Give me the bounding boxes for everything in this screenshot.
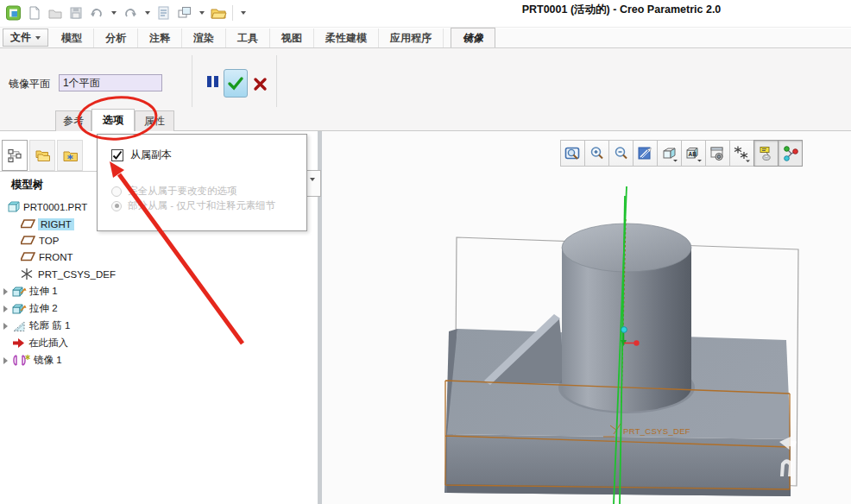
tree-item-extrude1[interactable]: 拉伸 1 bbox=[0, 283, 318, 299]
mirror-plane-label: 镜像平面 bbox=[9, 77, 50, 91]
open-file-icon[interactable] bbox=[45, 3, 66, 23]
undo-dropdown-icon[interactable] bbox=[107, 3, 120, 23]
3d-model-view[interactable]: PRT_CSYS_DEF bbox=[322, 131, 851, 504]
handle-dot-red bbox=[634, 340, 639, 345]
title-bar: PRT0001 (活动的) - Creo Parametric 2.0 bbox=[0, 0, 851, 28]
panel-tab-options[interactable]: 选项 bbox=[91, 109, 135, 131]
radio-unselected-icon bbox=[111, 186, 122, 197]
tree-item-csys[interactable]: PRT_CSYS_DEF bbox=[0, 266, 318, 282]
toolbar-separator bbox=[232, 5, 233, 21]
extrude-icon bbox=[12, 286, 27, 298]
saved-orientations-icon: AB bbox=[685, 145, 703, 162]
tab-render[interactable]: 渲染 bbox=[182, 28, 226, 47]
zoom-out-button[interactable] bbox=[608, 140, 634, 167]
redo-dropdown-icon[interactable] bbox=[141, 3, 154, 23]
datum-display-button[interactable] bbox=[729, 140, 754, 167]
view-manager-icon bbox=[709, 145, 727, 162]
cylinder-boss[interactable] bbox=[558, 224, 695, 413]
spin-center-button[interactable] bbox=[778, 140, 803, 167]
checkmark-icon bbox=[112, 150, 123, 161]
favorites-button[interactable] bbox=[57, 140, 83, 171]
save-icon[interactable] bbox=[66, 3, 86, 23]
zoom-in-button[interactable] bbox=[584, 140, 609, 167]
file-menu-label: 文件 bbox=[10, 30, 31, 45]
tree-item-rib[interactable]: 轮廓 筋 1 bbox=[0, 318, 318, 334]
graphics-area[interactable]: AB bbox=[322, 131, 851, 504]
toolbar-options-icon[interactable] bbox=[236, 3, 249, 23]
confirm-button[interactable] bbox=[224, 69, 248, 98]
saved-orientations-button[interactable]: AB bbox=[681, 140, 706, 167]
zoom-window-button[interactable] bbox=[560, 140, 585, 167]
repaint-icon bbox=[637, 145, 654, 162]
extrude-icon bbox=[12, 303, 27, 315]
dependent-copy-row[interactable]: 从属副本 bbox=[111, 148, 172, 162]
fully-dependent-option: 完全从属于要改变的选项 bbox=[111, 185, 237, 198]
windows-icon[interactable] bbox=[174, 3, 195, 23]
graphics-toolbar: AB bbox=[561, 140, 803, 167]
expand-arrow-icon[interactable] bbox=[3, 357, 8, 364]
csys-label: PRT_CSYS_DEF bbox=[623, 426, 690, 436]
expand-arrow-icon[interactable] bbox=[3, 306, 8, 312]
expand-arrow-icon[interactable] bbox=[3, 323, 8, 330]
display-style-icon bbox=[661, 145, 678, 162]
mirror-plane-collector[interactable] bbox=[59, 74, 162, 91]
flyout-caret-icon bbox=[310, 178, 315, 181]
undo-icon[interactable] bbox=[86, 3, 107, 23]
tab-mirror-active[interactable]: 镜像 bbox=[451, 28, 495, 47]
ribbon-tab-bar: 文件 模型 分析 注释 渲染 工具 视图 柔性建模 应用程序 镜像 bbox=[0, 28, 851, 48]
dependent-copy-label: 从属副本 bbox=[130, 148, 172, 162]
windows-dropdown-icon[interactable] bbox=[195, 3, 208, 23]
partially-dependent-option: 部分从属 - 仅尺寸和注释元素细节 bbox=[111, 199, 275, 212]
tab-tools[interactable]: 工具 bbox=[226, 28, 270, 47]
mirror-icon bbox=[11, 354, 31, 367]
datum-plane-icon bbox=[21, 235, 35, 246]
content-area: 模型树 PRT0001.PRT RIGHT TOP FRONT PRT_CSYS… bbox=[0, 131, 851, 504]
repaint-button[interactable] bbox=[633, 140, 658, 167]
pause-icon bbox=[205, 74, 220, 89]
file-menu-caret-icon bbox=[35, 36, 41, 40]
redo-icon[interactable] bbox=[120, 3, 141, 23]
regenerate-icon[interactable] bbox=[154, 3, 174, 23]
tab-view[interactable]: 视图 bbox=[270, 28, 314, 47]
model-tree-header: 模型树 bbox=[11, 178, 44, 192]
tab-analysis[interactable]: 分析 bbox=[94, 28, 138, 47]
tab-annotate[interactable]: 注释 bbox=[138, 28, 182, 47]
tab-model[interactable]: 模型 bbox=[50, 28, 94, 47]
view-manager-button[interactable] bbox=[705, 140, 730, 167]
new-file-icon[interactable] bbox=[24, 3, 45, 23]
spin-center-icon bbox=[782, 145, 799, 162]
quick-access-toolbar bbox=[3, 2, 249, 24]
tree-item-front-plane[interactable]: FRONT bbox=[0, 249, 318, 265]
tab-flexible-modeling[interactable]: 柔性建模 bbox=[314, 28, 379, 47]
tree-view-button[interactable] bbox=[2, 140, 28, 171]
annotation-display-button[interactable] bbox=[753, 140, 779, 167]
dependent-copy-checkbox[interactable] bbox=[111, 149, 123, 161]
cancel-button[interactable] bbox=[250, 73, 269, 94]
tree-view-icon bbox=[8, 148, 22, 163]
panel-tab-properties[interactable]: 属性 bbox=[135, 110, 174, 131]
tree-item-mirror1[interactable]: 镜像 1 bbox=[0, 352, 318, 369]
folder-star-icon bbox=[62, 148, 79, 163]
check-icon bbox=[227, 76, 244, 91]
zoom-window-icon bbox=[564, 145, 582, 162]
tree-item-insert-here[interactable]: 在此插入 bbox=[0, 335, 318, 351]
file-menu-button[interactable]: 文件 bbox=[3, 28, 48, 47]
creo-logo-icon[interactable] bbox=[3, 3, 24, 23]
datum-plane-icon bbox=[21, 218, 35, 230]
tab-applications[interactable]: 应用程序 bbox=[379, 28, 444, 47]
datum-display-icon bbox=[734, 145, 751, 162]
pause-button[interactable] bbox=[203, 71, 222, 91]
display-style-button[interactable] bbox=[657, 140, 682, 167]
tree-item-extrude2[interactable]: 拉伸 2 bbox=[0, 300, 318, 317]
open-folder-icon[interactable] bbox=[208, 3, 229, 23]
part-icon bbox=[7, 200, 21, 213]
csys-icon bbox=[19, 268, 35, 280]
folder-browser-button[interactable] bbox=[29, 140, 55, 171]
tree-item-top-plane[interactable]: TOP bbox=[0, 232, 318, 249]
handle-dot-cyan bbox=[621, 327, 627, 333]
datum-plane-icon bbox=[21, 251, 35, 262]
panel-tab-references[interactable]: 参考 bbox=[55, 110, 91, 131]
expand-arrow-icon[interactable] bbox=[3, 288, 8, 295]
annotation-display-icon bbox=[758, 145, 775, 162]
window-title: PRT0001 (活动的) - Creo Parametric 2.0 bbox=[388, 3, 851, 17]
